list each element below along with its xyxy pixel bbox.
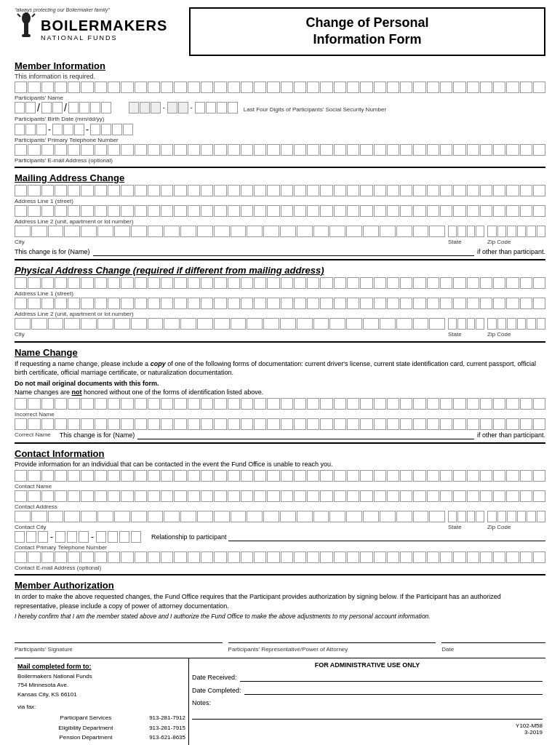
name-cell[interactable] xyxy=(360,81,372,93)
email-cell[interactable] xyxy=(467,144,479,156)
phone-cell[interactable] xyxy=(101,124,111,135)
email-cell[interactable] xyxy=(148,144,160,156)
contact-phone-cell[interactable] xyxy=(26,531,36,543)
phone-cell[interactable] xyxy=(112,124,122,135)
name-cell[interactable] xyxy=(400,81,412,93)
name-cell[interactable] xyxy=(95,81,107,93)
name-cell[interactable] xyxy=(320,81,332,93)
name-cell[interactable] xyxy=(413,81,425,93)
name-cell[interactable] xyxy=(41,81,54,93)
ssn-x1[interactable] xyxy=(129,102,139,113)
name-cell[interactable] xyxy=(228,81,240,93)
phone-cell[interactable] xyxy=(74,124,84,135)
name-cell[interactable] xyxy=(467,81,479,93)
date-signature-line[interactable] xyxy=(441,623,545,643)
email-cell[interactable] xyxy=(201,144,213,156)
name-cell[interactable] xyxy=(347,81,359,93)
email-cell[interactable] xyxy=(347,144,359,156)
contact-phone-cell[interactable] xyxy=(67,531,77,543)
representative-signature-line[interactable] xyxy=(228,623,436,643)
email-cell[interactable] xyxy=(387,144,399,156)
ssn-d1[interactable] xyxy=(195,102,205,113)
email-cell[interactable] xyxy=(254,144,266,156)
email-cell[interactable] xyxy=(28,144,40,156)
notes-input[interactable] xyxy=(192,708,543,720)
nc-change-for-input[interactable] xyxy=(137,431,474,439)
name-cell[interactable] xyxy=(214,81,226,93)
email-cell[interactable] xyxy=(241,144,253,156)
email-cell[interactable] xyxy=(506,144,519,156)
name-cell[interactable] xyxy=(241,81,253,93)
phone-cell[interactable] xyxy=(36,124,47,135)
email-cell[interactable] xyxy=(228,144,240,156)
name-cell[interactable] xyxy=(520,81,532,93)
contact-phone-cell[interactable] xyxy=(131,531,141,543)
name-cell[interactable] xyxy=(440,81,452,93)
contact-phone-cell[interactable] xyxy=(15,531,25,543)
name-cell[interactable] xyxy=(28,81,40,93)
name-cell[interactable] xyxy=(121,81,133,93)
phone-cell[interactable] xyxy=(25,124,36,135)
email-cell[interactable] xyxy=(307,144,319,156)
email-cell[interactable] xyxy=(214,144,226,156)
email-cell[interactable] xyxy=(267,144,279,156)
dob-mm1[interactable] xyxy=(15,102,25,113)
dob-yy1[interactable] xyxy=(68,102,79,113)
ssn-d2[interactable] xyxy=(206,102,216,113)
email-cell[interactable] xyxy=(334,144,346,156)
ssn-x5[interactable] xyxy=(178,102,188,113)
name-cell[interactable] xyxy=(506,81,519,93)
name-cell[interactable] xyxy=(254,81,266,93)
contact-phone-cell[interactable] xyxy=(55,531,65,543)
email-cell[interactable] xyxy=(453,144,465,156)
email-cell[interactable] xyxy=(68,144,80,156)
name-cell[interactable] xyxy=(267,81,279,93)
contact-phone-cell[interactable] xyxy=(119,531,129,543)
dob-yy3[interactable] xyxy=(90,102,100,113)
name-cell[interactable] xyxy=(307,81,319,93)
name-cell[interactable] xyxy=(533,81,545,93)
name-cell[interactable] xyxy=(493,81,505,93)
name-cell[interactable] xyxy=(174,81,186,93)
email-cell[interactable] xyxy=(520,144,532,156)
email-cell[interactable] xyxy=(161,144,173,156)
dob-dd1[interactable] xyxy=(41,102,52,113)
email-cell[interactable] xyxy=(400,144,412,156)
dob-dd2[interactable] xyxy=(52,102,63,113)
email-cell[interactable] xyxy=(493,144,505,156)
email-cell[interactable] xyxy=(81,144,93,156)
name-cell[interactable] xyxy=(15,81,27,93)
email-cell[interactable] xyxy=(135,144,147,156)
name-cell[interactable] xyxy=(81,81,93,93)
email-cell[interactable] xyxy=(533,144,545,156)
email-cell[interactable] xyxy=(440,144,452,156)
ssn-d4[interactable] xyxy=(228,102,238,113)
name-cell[interactable] xyxy=(108,81,120,93)
mail-change-for-input[interactable] xyxy=(93,247,474,256)
email-cell[interactable] xyxy=(413,144,425,156)
name-cell[interactable] xyxy=(374,81,386,93)
name-cell[interactable] xyxy=(334,81,346,93)
email-cell[interactable] xyxy=(174,144,186,156)
date-received-input[interactable] xyxy=(240,673,543,682)
name-cell[interactable] xyxy=(201,81,213,93)
email-cell[interactable] xyxy=(374,144,386,156)
ssn-x3[interactable] xyxy=(151,102,161,113)
email-cell[interactable] xyxy=(41,144,54,156)
ssn-x2[interactable] xyxy=(140,102,150,113)
name-cell[interactable] xyxy=(188,81,200,93)
ssn-d3[interactable] xyxy=(217,102,227,113)
name-cell[interactable] xyxy=(387,81,399,93)
email-cell[interactable] xyxy=(480,144,492,156)
name-cell[interactable] xyxy=(427,81,439,93)
participant-signature-line[interactable] xyxy=(15,623,223,643)
email-cell[interactable] xyxy=(108,144,120,156)
dob-yy4[interactable] xyxy=(101,102,111,113)
email-cell[interactable] xyxy=(320,144,332,156)
contact-phone-cell[interactable] xyxy=(79,531,89,543)
name-cell[interactable] xyxy=(161,81,173,93)
phone-cell[interactable] xyxy=(90,124,100,135)
name-cell[interactable] xyxy=(294,81,306,93)
phone-cell[interactable] xyxy=(123,124,133,135)
ssn-x4[interactable] xyxy=(167,102,177,113)
